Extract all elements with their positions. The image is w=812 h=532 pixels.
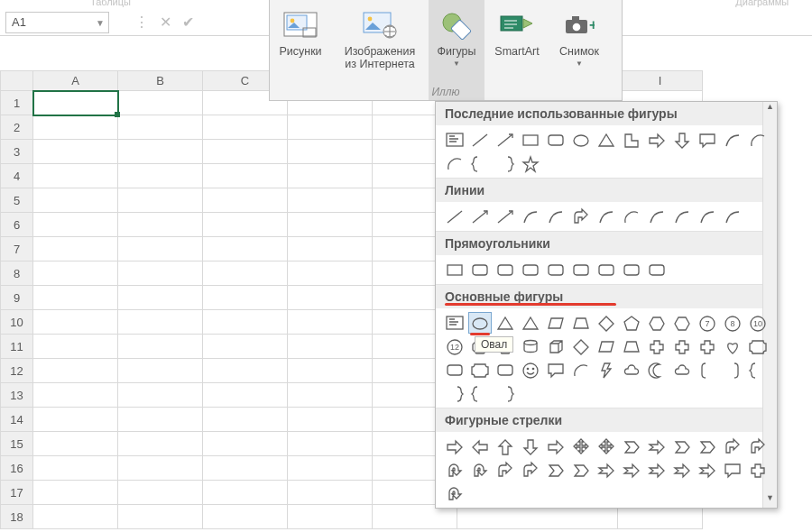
name-box-input[interactable] bbox=[6, 15, 108, 29]
shape-option[interactable] bbox=[595, 359, 618, 381]
shape-option[interactable] bbox=[746, 335, 770, 357]
shape-option[interactable] bbox=[569, 436, 593, 457]
shape-option[interactable] bbox=[468, 206, 492, 227]
col-header[interactable]: A bbox=[33, 71, 118, 91]
cell[interactable] bbox=[288, 505, 373, 529]
shape-option[interactable] bbox=[595, 259, 618, 280]
shape-option[interactable] bbox=[721, 359, 744, 381]
cell[interactable] bbox=[33, 237, 118, 261]
row-header[interactable]: 5 bbox=[1, 188, 33, 213]
shape-option[interactable] bbox=[443, 259, 466, 280]
shape-option[interactable] bbox=[746, 129, 770, 151]
cell[interactable] bbox=[118, 213, 203, 237]
cell[interactable] bbox=[33, 359, 118, 383]
col-header[interactable]: B bbox=[118, 71, 203, 91]
shape-option[interactable] bbox=[645, 312, 669, 334]
shape-option[interactable] bbox=[696, 436, 719, 457]
shape-option[interactable] bbox=[746, 459, 770, 481]
cell[interactable] bbox=[203, 140, 288, 164]
cell[interactable] bbox=[203, 286, 288, 310]
shape-option[interactable] bbox=[494, 359, 517, 381]
shape-option[interactable] bbox=[620, 459, 643, 481]
shape-option[interactable] bbox=[696, 335, 719, 357]
cell[interactable] bbox=[203, 310, 288, 335]
shape-option[interactable] bbox=[544, 206, 567, 227]
cell[interactable] bbox=[203, 481, 288, 505]
shape-option[interactable] bbox=[519, 259, 542, 280]
shape-option[interactable] bbox=[620, 359, 643, 381]
cell[interactable] bbox=[288, 481, 373, 505]
shape-option[interactable] bbox=[569, 335, 593, 357]
cell[interactable] bbox=[203, 213, 288, 237]
cell[interactable] bbox=[288, 164, 373, 188]
cell[interactable] bbox=[118, 481, 203, 505]
cell[interactable] bbox=[118, 115, 203, 140]
cell[interactable] bbox=[118, 237, 203, 261]
cell[interactable] bbox=[203, 237, 288, 261]
shape-option[interactable] bbox=[670, 436, 694, 457]
col-header[interactable]: I bbox=[618, 71, 703, 91]
cell[interactable] bbox=[33, 505, 118, 529]
cell[interactable] bbox=[33, 261, 118, 286]
shape-option[interactable] bbox=[595, 129, 618, 151]
shape-option[interactable] bbox=[519, 152, 542, 174]
shape-option[interactable] bbox=[670, 312, 694, 334]
shape-option[interactable] bbox=[620, 206, 643, 227]
shape-option[interactable] bbox=[595, 459, 618, 481]
row-header[interactable]: 17 bbox=[1, 481, 33, 505]
shape-option[interactable] bbox=[494, 436, 517, 457]
shape-option[interactable] bbox=[620, 436, 643, 457]
cell[interactable] bbox=[203, 359, 288, 383]
shape-option[interactable]: 12 bbox=[443, 335, 466, 357]
cell[interactable] bbox=[288, 408, 373, 432]
cell[interactable] bbox=[118, 456, 203, 481]
shape-option[interactable] bbox=[746, 436, 770, 457]
shape-option[interactable]: 10 bbox=[746, 312, 770, 334]
cell[interactable] bbox=[33, 91, 118, 115]
shape-option[interactable] bbox=[443, 382, 466, 404]
shape-option[interactable] bbox=[519, 129, 542, 151]
cell[interactable] bbox=[288, 432, 373, 456]
shape-option[interactable] bbox=[645, 129, 669, 151]
cell[interactable] bbox=[288, 286, 373, 310]
row-header[interactable]: 11 bbox=[1, 335, 33, 359]
shape-option[interactable] bbox=[519, 436, 542, 457]
accept-icon[interactable]: ✔ bbox=[182, 14, 194, 31]
shape-option[interactable] bbox=[721, 206, 744, 227]
shape-option[interactable] bbox=[645, 335, 669, 357]
shape-option[interactable] bbox=[569, 359, 593, 381]
cell[interactable] bbox=[288, 188, 373, 213]
shape-option[interactable] bbox=[519, 335, 542, 357]
shape-option[interactable] bbox=[468, 382, 492, 404]
shape-option[interactable] bbox=[670, 359, 694, 381]
cell[interactable] bbox=[118, 286, 203, 310]
cell[interactable] bbox=[33, 164, 118, 188]
shape-option[interactable] bbox=[443, 359, 466, 381]
cell[interactable] bbox=[288, 456, 373, 481]
shape-option[interactable] bbox=[468, 459, 492, 481]
shape-option[interactable] bbox=[443, 436, 466, 457]
shape-option[interactable] bbox=[569, 312, 593, 334]
cell[interactable] bbox=[33, 456, 118, 481]
shape-option[interactable] bbox=[569, 129, 593, 151]
shape-option[interactable] bbox=[443, 129, 466, 151]
cell[interactable] bbox=[118, 408, 203, 432]
shape-option[interactable] bbox=[519, 459, 542, 481]
row-header[interactable]: 9 bbox=[1, 286, 33, 310]
cell[interactable] bbox=[118, 359, 203, 383]
shape-option[interactable] bbox=[620, 129, 643, 151]
shape-option[interactable] bbox=[443, 206, 466, 227]
shape-option[interactable] bbox=[519, 206, 542, 227]
shape-option[interactable] bbox=[595, 206, 618, 227]
cell[interactable] bbox=[288, 237, 373, 261]
cell[interactable] bbox=[203, 456, 288, 481]
cell[interactable] bbox=[118, 310, 203, 335]
cell[interactable] bbox=[203, 408, 288, 432]
shape-option[interactable] bbox=[544, 359, 567, 381]
cell[interactable] bbox=[118, 335, 203, 359]
row-header[interactable]: 15 bbox=[1, 432, 33, 456]
cell[interactable] bbox=[203, 261, 288, 286]
shape-option[interactable] bbox=[494, 312, 517, 334]
shape-option[interactable] bbox=[443, 459, 466, 481]
shape-option[interactable] bbox=[670, 129, 694, 151]
